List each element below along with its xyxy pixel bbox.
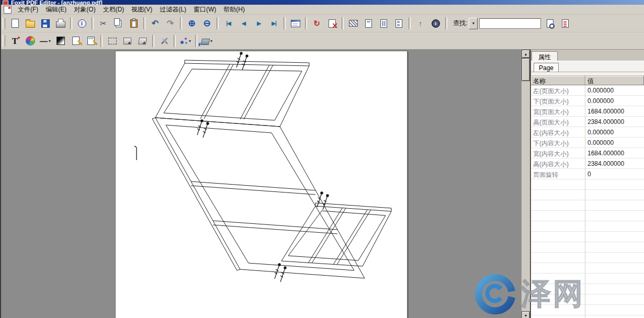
distort-button[interactable] [135,34,150,48]
blend-icon [57,37,65,45]
node-color-button[interactable] [178,34,193,48]
property-value[interactable]: 1684.000000 [585,106,644,117]
edit-text-button[interactable] [84,34,98,48]
cut-button[interactable]: ✂ [96,17,110,30]
continuous-view-button[interactable] [392,17,406,30]
search-doc-button[interactable] [543,17,557,30]
empty-cell [585,305,644,315]
menu-file[interactable]: 文件(F) [14,4,42,15]
empty-cell [531,179,585,190]
search-results-button[interactable] [558,17,572,30]
tab-page[interactable]: Page [534,63,559,72]
distort-icon [138,38,147,44]
scrollbar-track[interactable] [522,58,530,311]
menu-help[interactable]: 帮助(H) [220,4,248,15]
paste-button[interactable] [127,17,141,30]
line-tool-button[interactable]: — [38,34,52,48]
menu-filter[interactable]: 过滤器(L) [156,4,190,15]
toolbar-grip[interactable] [3,35,5,47]
new-button[interactable] [8,17,22,30]
property-name: 高(页面大小) [531,117,585,127]
menu-window[interactable]: 窗口(W) [190,4,220,15]
empty-cell [531,294,585,305]
redo-button[interactable]: ↷ [163,17,177,30]
print-button[interactable] [53,17,67,30]
property-name: 宽(页面大小) [531,106,585,117]
pattern-button[interactable] [346,17,360,30]
property-row: 宽(内容大小)1684.000000 [531,148,644,158]
find-input[interactable] [479,18,541,29]
vertical-scrollbar[interactable] [521,50,530,318]
transform-icon [123,38,131,44]
doc-info-button[interactable] [75,17,89,30]
property-row-empty [531,284,644,294]
edit-object-button[interactable] [69,34,83,48]
main-area: 属性 Page 名称 值 左(页面大小)0.000000下(页面大小)0.000… [1,50,644,318]
pdf-page[interactable] [115,51,408,318]
toolbar-main: ✂↶↷⊕⊖|◀◀▶▶|↻↑查找: [1,15,644,32]
property-value[interactable]: 0.000000 [585,127,644,138]
blend-tool-button[interactable] [53,34,67,48]
prev-page-button[interactable]: ◀ [236,17,251,30]
extract-text-button[interactable]: ↑ [413,17,427,30]
fill-color-button[interactable] [200,34,214,48]
save-button[interactable] [38,17,52,30]
scroll-down-icon[interactable] [522,311,530,318]
menu-object[interactable]: 对象(O) [70,4,99,15]
single-page-view-button[interactable] [361,17,376,30]
property-value[interactable]: 2384.000000 [585,117,644,127]
last-page-button[interactable]: ▶| [267,17,281,30]
undo-button[interactable]: ↶ [148,17,162,30]
empty-cell [531,284,585,294]
open-button[interactable] [23,17,37,30]
next-page-button[interactable]: ▶ [252,17,266,30]
document-menu-icon[interactable] [4,6,12,14]
cad-drawing [116,51,407,318]
scroll-up-icon[interactable] [522,50,530,58]
fill-color-dropdown-icon[interactable] [210,39,212,43]
nodes-icon [180,37,188,44]
toolbox-button[interactable] [157,34,171,48]
zoom-in-button[interactable]: ⊕ [185,17,199,30]
menu-document[interactable]: 文档(D) [99,4,128,15]
node-color-dropdown-icon[interactable] [189,39,191,43]
delete-pages-button[interactable] [325,17,339,30]
rotate-pages-button[interactable]: ↻ [310,17,324,30]
form-editor-button[interactable] [288,17,302,30]
property-value[interactable]: 0.000000 [585,96,644,106]
line-tool-dropdown-icon[interactable] [49,39,51,43]
find-scope-combo[interactable] [469,18,478,29]
color-wheel-button[interactable] [23,34,37,48]
menu-view[interactable]: 视图(V) [128,4,156,15]
text-tool-icon [12,37,18,46]
zoom-out-button[interactable]: ⊖ [200,17,214,30]
facing-page-view-button[interactable] [377,17,391,30]
first-page-button[interactable]: |◀ [221,17,235,30]
marquee-select-button[interactable] [105,34,119,48]
menu-edit[interactable]: 编辑(E) [42,4,70,15]
tab-properties[interactable]: 属性 [532,51,558,61]
property-value[interactable]: 1684.000000 [585,148,644,158]
zoom-in-icon: ⊕ [188,19,195,28]
property-row-empty [531,179,644,190]
scrollbar-thumb[interactable] [522,58,530,81]
search-results-icon [562,19,569,28]
transform-button[interactable] [120,34,134,48]
document-canvas[interactable] [1,50,521,318]
property-value[interactable]: 0.000000 [585,85,644,96]
property-value[interactable]: 2384.000000 [585,158,644,169]
copy-button[interactable] [111,17,126,30]
text-tool-button[interactable] [8,34,22,48]
property-row-empty [531,221,644,232]
undo-icon: ↶ [152,19,159,28]
property-name: 页面旋转 [531,169,585,179]
property-value[interactable]: 0 [585,169,644,179]
about-button[interactable] [428,17,443,30]
property-row-empty [531,232,644,242]
empty-cell [585,274,644,284]
properties-tabbar: Page [531,61,644,72]
toolbar-grip[interactable] [3,18,5,29]
toolbar-separator [445,17,447,29]
menubar-items: 文件(F)编辑(E)对象(O)文档(D)视图(V)过滤器(L)窗口(W)帮助(H… [14,4,248,15]
property-value[interactable]: 0.000000 [585,138,644,148]
